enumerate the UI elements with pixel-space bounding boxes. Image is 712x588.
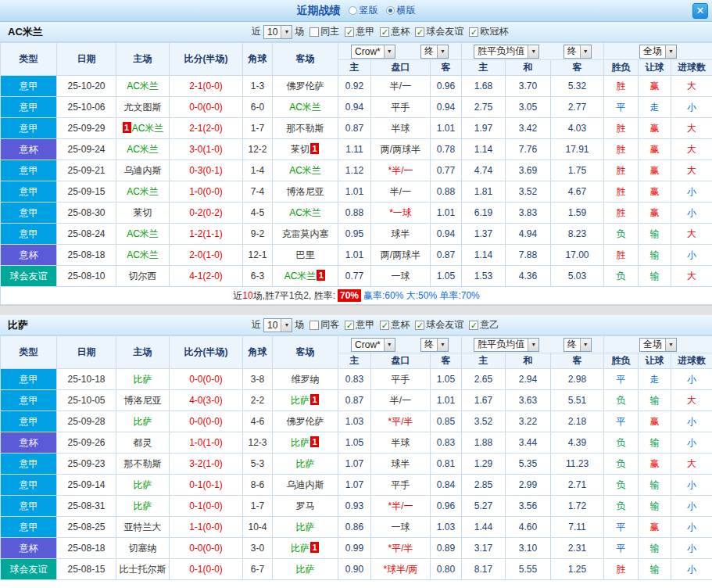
league-filter-checkbox[interactable]: ✓意杯 — [380, 25, 410, 38]
same-venue-checkbox[interactable]: 同客 — [309, 318, 339, 332]
league-type: 意甲 — [1, 517, 57, 538]
corner-score: 6-0 — [243, 97, 273, 118]
header-select[interactable]: Crow*▼ — [351, 338, 395, 352]
home-team: AC米兰 — [116, 76, 170, 97]
same-venue-checkbox[interactable]: 同主 — [309, 25, 339, 38]
avg-home-odds: 1.81 — [462, 181, 506, 203]
handicap-line: 球半 — [371, 224, 431, 245]
radio-selected-icon[interactable] — [386, 6, 395, 15]
radio-horizontal-layout[interactable]: 横版 — [386, 4, 416, 17]
home-team: 那不勒斯 — [116, 454, 170, 475]
select-value: 全场 — [643, 338, 662, 351]
radio-unselected-icon[interactable] — [349, 6, 357, 15]
handicap-line: *一球 — [371, 203, 431, 224]
match-date: 25-08-18 — [57, 538, 116, 559]
team-label: 比萨 — [296, 522, 315, 532]
league-type: 意甲 — [1, 411, 57, 432]
filters: 近10▼场同主✓意甲✓意杯✓球会友谊✓欧冠杯 — [252, 25, 508, 39]
match-score: 0-0(0-0) — [170, 97, 243, 118]
home-team: 亚特兰大 — [116, 517, 170, 538]
team-label: AC米兰 — [127, 249, 159, 260]
match-score: 0-3(0-1) — [170, 160, 243, 181]
select-value: 全场 — [643, 45, 662, 58]
checkbox-checked-icon[interactable]: ✓ — [380, 321, 389, 330]
checkbox-checked-icon[interactable]: ✓ — [469, 27, 478, 37]
league-filter-checkbox[interactable]: ✓意杯 — [380, 318, 410, 332]
column-header: 比分(半场) — [170, 43, 243, 76]
corner-score: 12-1 — [243, 245, 273, 266]
header-select[interactable]: 终▼ — [420, 45, 449, 59]
avg-away-odds: 8.23 — [551, 224, 604, 245]
avg-home-odds: 1.53 — [462, 266, 506, 287]
table-row: 意甲25-09-21乌迪内斯0-3(0-1)1-4AC米兰1.12*半/一0.7… — [1, 160, 712, 181]
handicap-line: 平手 — [371, 97, 431, 118]
handicap-line: 半球 — [371, 118, 431, 139]
win-loss-result: 负 — [604, 390, 639, 411]
header-select[interactable]: 胜平负均值▼ — [474, 338, 539, 352]
checkbox-checked-icon[interactable]: ✓ — [415, 321, 424, 330]
crow-away-odds: 0.83 — [431, 432, 462, 454]
checkbox-unchecked-icon[interactable] — [309, 321, 319, 330]
team-label: 莱切 — [134, 207, 152, 218]
select-group-inner: 全场▼ — [604, 45, 712, 59]
league-filter-checkbox[interactable]: ✓欧冠杯 — [469, 25, 508, 38]
header-select[interactable]: 终▼ — [564, 45, 592, 59]
select-group-inner: Crow*▼终▼ — [338, 45, 461, 59]
header-select[interactable]: Crow*▼ — [351, 45, 395, 59]
avg-home-odds: 1.29 — [462, 454, 506, 475]
match-score: 1-0(0-0) — [170, 181, 243, 203]
league-filter-checkbox[interactable]: ✓意乙 — [469, 318, 499, 332]
away-team: 博洛尼亚 — [273, 181, 338, 203]
handicap-result: 输 — [639, 390, 671, 411]
checkbox-checked-icon[interactable]: ✓ — [469, 321, 478, 330]
league-filter-checkbox[interactable]: ✓球会友谊 — [415, 318, 463, 332]
select-group: Crow*▼终▼ — [338, 336, 462, 353]
checkbox-label: 意乙 — [480, 318, 499, 332]
league-type: 意甲 — [1, 203, 57, 224]
crow-home-odds: 1.12 — [338, 160, 371, 181]
crow-away-odds: 0.94 — [431, 224, 462, 245]
league-filter-checkbox[interactable]: ✓意甲 — [345, 318, 374, 332]
rank-badge: 1 — [310, 436, 319, 447]
checkbox-checked-icon[interactable]: ✓ — [415, 27, 424, 37]
header-select[interactable]: 终▼ — [420, 338, 449, 352]
match-count-select[interactable]: 10▼ — [263, 25, 292, 39]
header-select[interactable]: 胜平负均值▼ — [474, 45, 539, 59]
goals-result: 大 — [671, 118, 712, 139]
team-label: AC米兰 — [127, 144, 159, 155]
avg-home-odds: 2.85 — [462, 475, 506, 496]
handicap-line: 半/一 — [371, 76, 431, 97]
avg-away-odds: 17.91 — [551, 139, 604, 160]
team-label: 比萨 — [291, 437, 309, 448]
home-team: AC米兰 — [116, 245, 170, 266]
select-group: Crow*▼终▼ — [338, 43, 462, 60]
checkbox-checked-icon[interactable]: ✓ — [345, 321, 354, 330]
close-button[interactable]: ✕ — [692, 3, 708, 19]
checkbox-unchecked-icon[interactable] — [309, 27, 319, 37]
avg-draw-odds: 5.55 — [506, 559, 551, 580]
avg-home-odds: 1.14 — [462, 245, 506, 266]
handicap-result: 输 — [639, 538, 671, 559]
header-select[interactable]: 全场▼ — [639, 45, 677, 59]
select-value: 10 — [267, 320, 277, 331]
handicap-line: 两/两球半 — [371, 139, 431, 160]
column-header: 客场 — [273, 336, 338, 369]
team-label: AC米兰 — [127, 228, 159, 239]
checkbox-checked-icon[interactable]: ✓ — [380, 27, 389, 37]
results-table: 类型日期主场比分(半场)角球客场Crow*▼终▼胜平负均值▼终▼全场▼主盘口客主… — [0, 42, 712, 305]
match-date: 25-09-21 — [57, 160, 116, 181]
league-filter-checkbox[interactable]: ✓意甲 — [345, 25, 374, 38]
checkbox-checked-icon[interactable]: ✓ — [345, 27, 354, 37]
table-row: 意甲25-08-31比萨0-1(0-0)1-7罗马0.93*半/一0.965.2… — [1, 496, 712, 517]
home-team: 都灵 — [116, 432, 170, 454]
header-select[interactable]: 全场▼ — [639, 338, 677, 352]
radio-vertical-layout[interactable]: 竖版 — [349, 4, 378, 17]
crow-away-odds: 0.94 — [431, 97, 462, 118]
header-select[interactable]: 终▼ — [564, 338, 592, 352]
league-filter-checkbox[interactable]: ✓球会友谊 — [415, 25, 463, 38]
select-group: 全场▼ — [604, 336, 712, 353]
handicap-result: 赢 — [639, 517, 671, 538]
match-count-select[interactable]: 10▼ — [263, 318, 292, 332]
goals-result: 小 — [671, 538, 712, 559]
goals-result: 小 — [671, 245, 712, 266]
